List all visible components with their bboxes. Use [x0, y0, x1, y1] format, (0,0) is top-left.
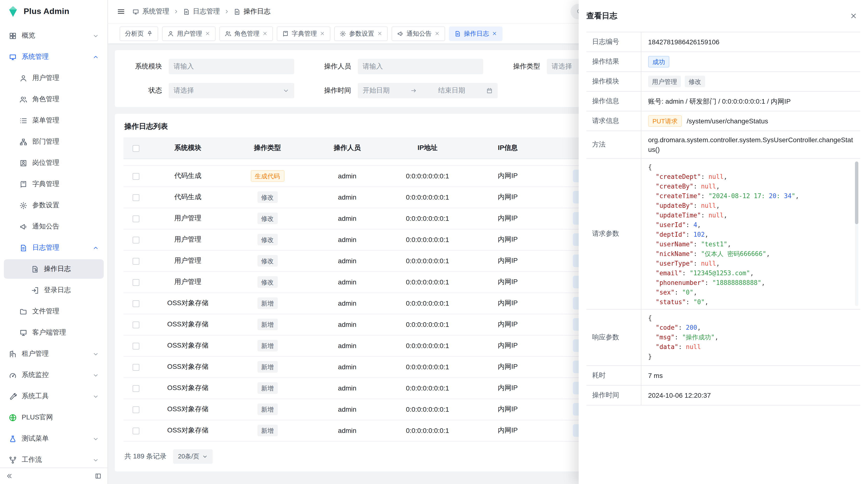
sidebar-item-dict-management[interactable]: 字典管理	[4, 174, 104, 194]
close-tab-icon[interactable]	[434, 31, 440, 36]
chevron-down-icon	[93, 457, 99, 463]
close-tab-icon[interactable]	[377, 31, 382, 36]
detail-label: 操作信息	[586, 92, 641, 111]
action-type-tag: 新增	[257, 404, 278, 415]
sidebar-item-label: 测试菜单	[22, 434, 93, 443]
detail-row-request: 请求信息PUT请求/system/user/changeStatus	[586, 111, 860, 131]
operation-time-picker[interactable]: 开始日期结束日期	[358, 83, 498, 98]
sidebar-item-system-monitor[interactable]: 系统监控	[4, 365, 104, 385]
detail-value-time: 2024-10-06 12:20:37	[641, 386, 860, 405]
close-tab-icon[interactable]	[492, 31, 497, 36]
sidebar-item-file-management[interactable]: 文件管理	[4, 302, 104, 321]
detail-label: 方法	[586, 131, 641, 158]
sidebar-item-role-management[interactable]: 角色管理	[4, 90, 104, 109]
sidebar-item-client-management[interactable]: 客户端管理	[4, 323, 104, 342]
tab-param-settings[interactable]: 参数设置	[334, 26, 388, 41]
placeholder-text: 请输入	[363, 62, 478, 71]
cell-ip: 0:0:0:0:0:0:0:1	[387, 314, 468, 335]
close-icon	[492, 31, 497, 36]
sidebar-item-system-tools[interactable]: 系统工具	[4, 387, 104, 406]
tab-operation-log[interactable]: 操作日志	[449, 26, 502, 41]
cell-operator: admin	[308, 378, 387, 399]
sidebar-item-dept-management[interactable]: 部门管理	[4, 132, 104, 151]
placeholder-text: 请选择	[174, 86, 283, 95]
close-icon	[320, 31, 325, 36]
row-checkbox[interactable]	[133, 258, 140, 265]
close-icon	[262, 31, 268, 36]
row-checkbox[interactable]	[133, 300, 140, 307]
chevron-down-icon	[202, 453, 208, 459]
tab-notice[interactable]: 通知公告	[392, 26, 445, 41]
sidebar-item-tenant-management[interactable]: 租户管理	[4, 344, 104, 363]
sidebar-item-login-log[interactable]: 登录日志	[4, 281, 104, 300]
tab-user-management[interactable]: 用户管理	[162, 26, 216, 41]
sidebar-item-log-management[interactable]: 日志管理	[4, 238, 104, 257]
row-checkbox[interactable]	[133, 279, 140, 286]
pin-tab-icon[interactable]	[147, 30, 153, 37]
cell-module: OSS对象存储	[149, 378, 227, 399]
sidebar-item-post-management[interactable]: 岗位管理	[4, 153, 104, 172]
globe-icon	[9, 413, 17, 422]
close-tab-icon[interactable]	[320, 31, 325, 36]
action-type-tag: 新增	[257, 425, 278, 436]
select-all-checkbox[interactable]	[133, 145, 140, 152]
cell-ip-info: 内网IP	[468, 314, 547, 335]
sidebar-item-workflow[interactable]: 工作流	[4, 450, 104, 467]
cell-operator: admin	[308, 335, 387, 356]
doc-icon	[234, 8, 241, 15]
sidebar-item-menu-management[interactable]: 菜单管理	[4, 111, 104, 130]
sidebar-item-operation-log[interactable]: 操作日志	[4, 259, 104, 279]
close-icon[interactable]	[850, 12, 858, 20]
cell-module: OSS对象存储	[149, 356, 227, 378]
row-checkbox[interactable]	[133, 216, 140, 222]
cell-module: 代码生成	[149, 187, 227, 208]
cell-ip-info: 内网IP	[468, 335, 547, 356]
sidebar-item-overview[interactable]: 概览	[4, 26, 104, 45]
scrollbar-thumb[interactable]	[855, 161, 858, 224]
row-checkbox[interactable]	[133, 322, 140, 328]
system-module-input[interactable]: 请输入	[169, 59, 294, 74]
cell-action-type: 新增	[227, 420, 308, 441]
row-checkbox[interactable]	[133, 237, 140, 244]
megaphone-icon	[397, 30, 404, 37]
building-icon	[9, 350, 17, 358]
logo-icon	[7, 5, 19, 18]
pin-sidebar-icon[interactable]	[94, 473, 102, 480]
row-checkbox[interactable]	[133, 428, 140, 434]
sidebar-item-notice[interactable]: 通知公告	[4, 217, 104, 236]
sidebar-item-param-settings[interactable]: 参数设置	[4, 196, 104, 215]
badge-icon	[19, 159, 28, 167]
cell-action-type: 新增	[227, 335, 308, 356]
breadcrumb-item-operation-log[interactable]: 操作日志	[234, 7, 271, 16]
sidebar-item-label: 通知公告	[32, 222, 99, 231]
close-tab-icon[interactable]	[262, 31, 268, 36]
gear-icon	[340, 30, 346, 37]
action-type-tag: 修改	[257, 213, 278, 224]
sidebar-item-label: PLUS官网	[22, 413, 99, 422]
scrollbar-track	[855, 161, 858, 306]
breadcrumb-item-system-management[interactable]: 系统管理	[132, 7, 169, 16]
hamburger-icon[interactable]	[117, 7, 125, 16]
close-tab-icon[interactable]	[205, 31, 210, 36]
collapse-sidebar-icon[interactable]	[6, 473, 13, 480]
tab-analysis[interactable]: 分析页	[120, 26, 158, 41]
row-checkbox[interactable]	[133, 173, 140, 180]
sidebar-item-user-management[interactable]: 用户管理	[4, 68, 104, 88]
sidebar-item-test-menu[interactable]: 测试菜单	[4, 429, 104, 448]
sidebar-item-label: 概览	[22, 31, 93, 40]
row-checkbox[interactable]	[133, 364, 140, 371]
row-checkbox[interactable]	[133, 407, 140, 413]
breadcrumb-item-log-management[interactable]: 日志管理	[183, 7, 220, 16]
close-icon	[377, 31, 382, 36]
tab-dict-management[interactable]: 字典管理	[277, 26, 330, 41]
sidebar-item-system-management[interactable]: 系统管理	[4, 47, 104, 67]
operator-input[interactable]: 请输入	[358, 59, 483, 74]
col-ip: IP地址	[387, 137, 468, 159]
tab-role-management[interactable]: 角色管理	[219, 26, 273, 41]
row-checkbox[interactable]	[133, 385, 140, 392]
page-size-select[interactable]: 20条/页	[173, 449, 213, 463]
sidebar-item-plus-website[interactable]: PLUS官网	[4, 408, 104, 427]
row-checkbox[interactable]	[133, 194, 140, 201]
row-checkbox[interactable]	[133, 343, 140, 350]
status-select[interactable]: 请选择	[169, 83, 294, 98]
